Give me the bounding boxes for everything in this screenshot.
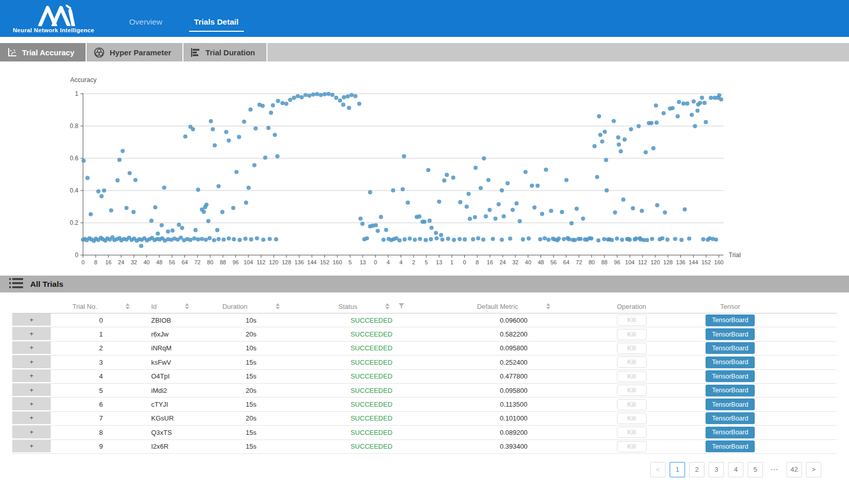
- scatter-point[interactable]: [226, 236, 231, 240]
- tab-trial-duration[interactable]: Trial Duration: [183, 43, 267, 61]
- scatter-point[interactable]: [603, 130, 607, 134]
- scatter-point[interactable]: [626, 237, 630, 241]
- scatter-point[interactable]: [633, 237, 637, 241]
- scatter-point[interactable]: [139, 244, 143, 248]
- kill-button[interactable]: Kill: [617, 371, 647, 382]
- scatter-point[interactable]: [488, 208, 492, 212]
- scatter-point[interactable]: [334, 96, 338, 100]
- scatter-point[interactable]: [180, 226, 184, 230]
- scatter-point[interactable]: [131, 210, 135, 214]
- scatter-point[interactable]: [244, 201, 248, 205]
- scatter-point[interactable]: [254, 127, 258, 131]
- scatter-point[interactable]: [566, 236, 570, 240]
- scatter-point[interactable]: [311, 92, 315, 96]
- scatter-point[interactable]: [532, 205, 536, 209]
- scatter-point[interactable]: [687, 237, 691, 241]
- sort-icon[interactable]: [276, 303, 280, 309]
- scatter-point[interactable]: [681, 101, 686, 106]
- scatter-point[interactable]: [398, 238, 402, 242]
- expand-row-button[interactable]: +: [12, 440, 51, 453]
- scatter-point[interactable]: [636, 124, 640, 128]
- scatter-point[interactable]: [341, 102, 345, 107]
- scatter-point[interactable]: [549, 209, 553, 213]
- scatter-point[interactable]: [307, 94, 312, 98]
- tensorboard-button[interactable]: TensorBoard: [706, 370, 755, 382]
- column-header-duration[interactable]: Duration: [215, 303, 287, 310]
- page-button-3[interactable]: 3: [709, 462, 724, 477]
- page-button-2[interactable]: 2: [689, 462, 705, 477]
- scatter-point[interactable]: [374, 223, 378, 227]
- scatter-point[interactable]: [644, 150, 648, 154]
- scatter-point[interactable]: [115, 178, 119, 182]
- scatter-point[interactable]: [120, 149, 125, 153]
- scatter-point[interactable]: [482, 156, 486, 160]
- tensorboard-button[interactable]: TensorBoard: [706, 440, 755, 452]
- scatter-point[interactable]: [717, 93, 721, 97]
- scatter-point[interactable]: [618, 149, 623, 153]
- scatter-point[interactable]: [546, 238, 550, 242]
- scatter-point[interactable]: [631, 206, 635, 211]
- scatter-point[interactable]: [709, 96, 713, 100]
- tensorboard-button[interactable]: TensorBoard: [706, 342, 755, 354]
- kill-button[interactable]: Kill: [617, 356, 647, 368]
- scatter-point[interactable]: [183, 134, 188, 138]
- tensorboard-button[interactable]: TensorBoard: [706, 328, 755, 340]
- sort-icon[interactable]: [546, 303, 550, 309]
- scatter-point[interactable]: [266, 126, 271, 130]
- scatter-point[interactable]: [654, 103, 658, 108]
- scatter-point[interactable]: [326, 92, 330, 96]
- kill-button[interactable]: Kill: [617, 441, 647, 452]
- scatter-point[interactable]: [660, 236, 665, 240]
- scatter-point[interactable]: [595, 175, 599, 179]
- scatter-point[interactable]: [583, 237, 587, 241]
- scatter-point[interactable]: [640, 209, 644, 213]
- scatter-plot[interactable]: Accuracy10.80.60.40.20081624324048566472…: [0, 61, 849, 276]
- scatter-point[interactable]: [466, 192, 470, 196]
- kill-button[interactable]: Kill: [617, 314, 647, 326]
- tensorboard-button[interactable]: TensorBoard: [706, 356, 755, 368]
- scatter-point[interactable]: [629, 127, 633, 131]
- scatter-point[interactable]: [535, 183, 540, 187]
- scatter-point[interactable]: [500, 188, 504, 193]
- scatter-point[interactable]: [679, 238, 684, 242]
- scatter-point[interactable]: [602, 237, 606, 241]
- scatter-point[interactable]: [166, 229, 170, 234]
- scatter-point[interactable]: [426, 168, 430, 172]
- scatter-point[interactable]: [267, 237, 272, 241]
- scatter-point[interactable]: [682, 207, 687, 212]
- scatter-point[interactable]: [215, 228, 219, 232]
- filter-icon[interactable]: [399, 303, 404, 310]
- scatter-point[interactable]: [280, 101, 284, 105]
- scatter-point[interactable]: [292, 96, 296, 100]
- scatter-point[interactable]: [149, 219, 153, 223]
- scatter-point[interactable]: [261, 104, 265, 108]
- page-button-4[interactable]: 4: [728, 462, 743, 477]
- scatter-point[interactable]: [605, 188, 609, 193]
- scatter-point[interactable]: [204, 203, 209, 207]
- scatter-point[interactable]: [655, 203, 659, 207]
- expand-row-button[interactable]: +: [12, 397, 51, 411]
- scatter-point[interactable]: [208, 236, 212, 240]
- scatter-point[interactable]: [695, 109, 699, 113]
- scatter-point[interactable]: [581, 217, 585, 221]
- scatter-point[interactable]: [638, 236, 642, 240]
- scatter-point[interactable]: [296, 94, 300, 98]
- scatter-point[interactable]: [598, 133, 603, 137]
- page-button-42[interactable]: 42: [786, 462, 802, 477]
- tab-trial-accuracy[interactable]: Trial Accuracy: [0, 43, 87, 61]
- scatter-point[interactable]: [685, 101, 689, 106]
- sort-icon[interactable]: [385, 303, 389, 309]
- scatter-point[interactable]: [673, 237, 677, 241]
- kill-button[interactable]: Kill: [617, 385, 647, 396]
- scatter-point[interactable]: [226, 138, 231, 142]
- scatter-point[interactable]: [465, 204, 469, 208]
- scatter-point[interactable]: [442, 178, 446, 182]
- scatter-point[interactable]: [434, 236, 439, 240]
- scatter-point[interactable]: [484, 214, 488, 218]
- scatter-point[interactable]: [102, 188, 106, 193]
- scatter-point[interactable]: [237, 135, 241, 139]
- scatter-point[interactable]: [562, 237, 566, 241]
- scatter-point[interactable]: [156, 232, 160, 236]
- scatter-point[interactable]: [191, 127, 195, 131]
- scatter-point[interactable]: [610, 238, 614, 242]
